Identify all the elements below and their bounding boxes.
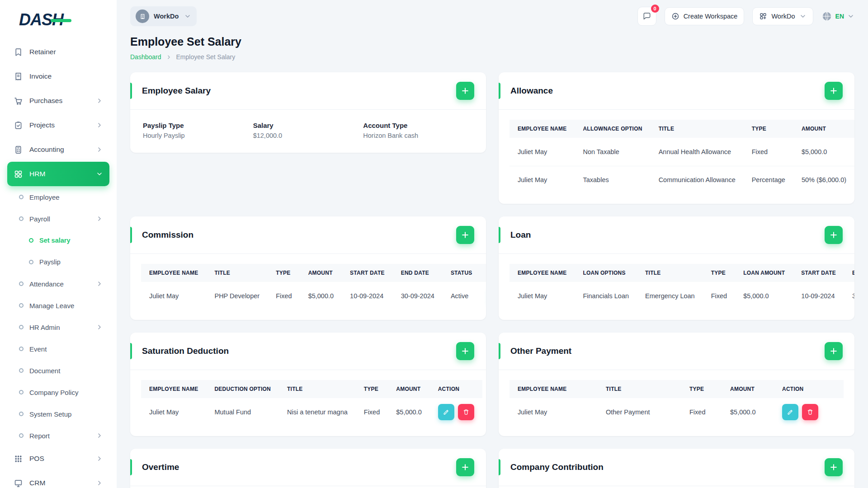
card-title: Employee Salary: [142, 86, 211, 96]
cell-amount: $5,000.0: [735, 282, 793, 310]
edit-button[interactable]: [782, 404, 798, 420]
sidebar-item-label: Accounting: [29, 145, 64, 154]
plus-icon: [461, 231, 469, 239]
column-header: TITLE: [279, 380, 356, 398]
loan-card: Loan EMPLOYEE NAME LOAN OPTIONS TITLE TY…: [499, 216, 854, 320]
invoice-icon: [14, 72, 23, 81]
sidebar-item-hrm[interactable]: HRM: [7, 162, 109, 186]
sidebar-item-set-salary[interactable]: Set salary: [7, 230, 109, 251]
add-overtime-button[interactable]: [456, 458, 474, 476]
sidebar-item-label: Purchases: [29, 97, 62, 105]
cell-type: Fixed: [356, 398, 388, 426]
edit-button[interactable]: [438, 404, 454, 420]
sidebar-item-label: Document: [29, 367, 60, 375]
sidebar-item-pos[interactable]: POS: [7, 446, 109, 471]
column-header: LOAN AMOUNT: [735, 264, 793, 282]
column-header: ALLOWNACE OPTION: [575, 120, 650, 138]
sidebar-item-hr-admin[interactable]: HR Admin: [7, 316, 109, 338]
messages-button[interactable]: 0: [637, 7, 656, 26]
cell-type: Fixed: [703, 282, 735, 310]
sidebar-item-accounting[interactable]: Accounting: [7, 137, 109, 162]
cell-status: Active: [443, 282, 481, 310]
sidebar-item-event[interactable]: Event: [7, 338, 109, 360]
sidebar-item-system-setup[interactable]: System Setup: [7, 403, 109, 425]
table-header-row: EMPLOYEE NAME LOAN OPTIONS TITLE TYPE LO…: [509, 264, 854, 282]
plus-icon: [830, 463, 838, 471]
field-value: $12,000.0: [253, 132, 363, 139]
workspace-menu-label: WorkDo: [771, 13, 795, 20]
card-title: Company Contribution: [510, 462, 604, 472]
column-header: TITLE: [651, 120, 744, 138]
cell-employee: Juliet May: [509, 282, 575, 310]
sidebar-item-invoice[interactable]: Invoice: [7, 64, 109, 89]
chevron-right-icon: [96, 455, 103, 462]
retainer-icon: [14, 47, 23, 57]
delete-button[interactable]: [458, 404, 474, 420]
plus-icon: [830, 87, 838, 95]
chevron-right-icon: [96, 479, 103, 487]
sidebar-item-employee[interactable]: Employee: [7, 186, 109, 208]
add-saturation-deduction-button[interactable]: [456, 342, 474, 360]
breadcrumb-dashboard-link[interactable]: Dashboard: [130, 53, 161, 61]
sidebar-item-retainer[interactable]: Retainer: [7, 40, 109, 64]
column-header: LOAN OPTIONS: [575, 264, 637, 282]
accounting-icon: [14, 145, 23, 155]
add-other-payment-button[interactable]: [825, 342, 843, 360]
sidebar-item-label: POS: [29, 455, 44, 463]
column-header: END DATE: [393, 264, 443, 282]
building-icon: [139, 13, 146, 20]
sidebar-item-attendance[interactable]: Attendance: [7, 273, 109, 295]
sidebar-item-label: Projects: [29, 121, 55, 129]
sidebar-item-crm[interactable]: CRM: [7, 471, 109, 488]
projects-icon: [14, 121, 23, 130]
sidebar-item-label: Retainer: [29, 48, 56, 56]
pencil-icon: [787, 408, 794, 416]
add-employee-salary-button[interactable]: [456, 82, 474, 100]
cell-title: Communication Allowance: [651, 166, 744, 194]
column-header: DEDUCTION OPTION: [206, 380, 279, 398]
add-commission-button[interactable]: [456, 226, 474, 244]
language-selector[interactable]: EN: [821, 11, 854, 22]
sidebar-item-report[interactable]: Report: [7, 425, 109, 446]
delete-button[interactable]: [802, 404, 818, 420]
add-loan-button[interactable]: [825, 226, 843, 244]
workspace-name: WorkDo: [154, 13, 179, 20]
sidebar-item-payroll[interactable]: Payroll: [7, 208, 109, 230]
loan-table-wrap: EMPLOYEE NAME LOAN OPTIONS TITLE TYPE LO…: [499, 254, 854, 320]
workspace-menu-button[interactable]: WorkDo: [752, 7, 813, 25]
sidebar-item-company-policy[interactable]: Company Policy: [7, 381, 109, 403]
card-header: Overtime: [130, 449, 486, 486]
sidebar-item-payslip[interactable]: Payslip: [7, 251, 109, 273]
column-header: AMOUNT: [388, 380, 429, 398]
column-header: TYPE: [681, 380, 722, 398]
create-workspace-button[interactable]: Create Workspace: [665, 7, 745, 25]
table-row: Juliet May Financials Loan Emergency Loa…: [509, 282, 854, 310]
allowance-table-wrap: EMPLOYEE NAME ALLOWNACE OPTION TITLE TYP…: [499, 110, 854, 204]
plus-circle-icon: [671, 12, 679, 20]
globe-icon: [821, 11, 832, 22]
sidebar-item-purchases[interactable]: Purchases: [7, 89, 109, 113]
cell-type: Fixed: [744, 138, 793, 166]
bullet-icon: [19, 325, 24, 329]
sidebar: DASH Retainer Invoice Purchases Projects: [0, 0, 117, 488]
pos-icon: [14, 454, 23, 464]
main-area: WorkDo 0 Create Workspace WorkDo EN: [117, 0, 868, 488]
sidebar-item-projects[interactable]: Projects: [7, 113, 109, 137]
table-row: Juliet May Mutual Fund Nisi a tenetur ma…: [141, 398, 482, 426]
table-row: Juliet May Non Taxable Annual Health All…: [509, 138, 854, 166]
sidebar-item-manage-leave[interactable]: Manage Leave: [7, 295, 109, 316]
cell-amount: 50% ($6,000.0): [793, 166, 854, 194]
add-allowance-button[interactable]: [825, 82, 843, 100]
field-label: Account Type: [363, 122, 473, 129]
cell-end-date: 30-09-2024: [844, 282, 854, 310]
sidebar-item-label: CRM: [29, 479, 45, 487]
workspace-switcher[interactable]: WorkDo: [130, 6, 197, 26]
add-company-contribution-button[interactable]: [825, 458, 843, 476]
chevron-right-icon: [96, 280, 103, 287]
app-logo[interactable]: DASH: [7, 0, 109, 40]
chevron-right-icon: [96, 146, 103, 153]
bullet-icon: [19, 303, 24, 308]
column-header: TYPE: [744, 120, 793, 138]
cell-title: Annual Health Allowance: [651, 138, 744, 166]
sidebar-item-document[interactable]: Document: [7, 360, 109, 381]
